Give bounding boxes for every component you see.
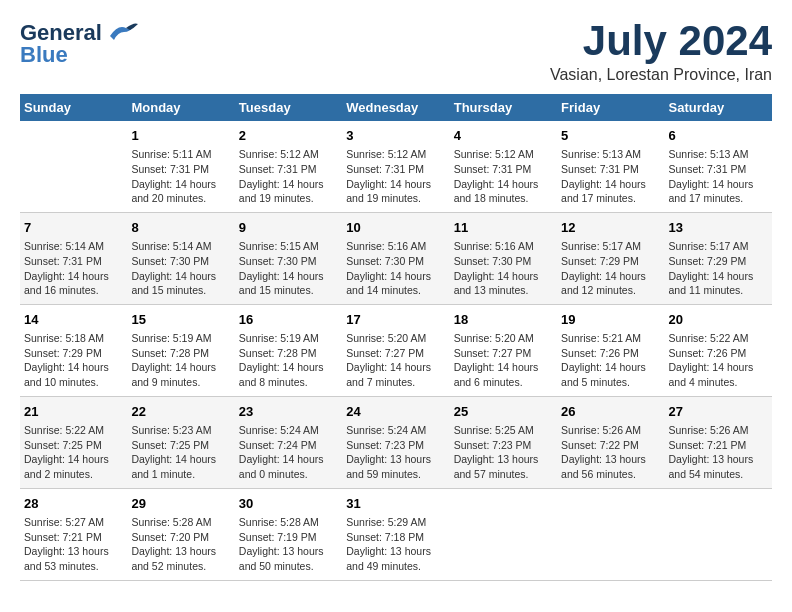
col-sunday: Sunday [20,94,127,121]
calendar-cell: 28Sunrise: 5:27 AM Sunset: 7:21 PM Dayli… [20,488,127,580]
day-info: Sunrise: 5:28 AM Sunset: 7:19 PM Dayligh… [239,515,338,574]
day-info: Sunrise: 5:16 AM Sunset: 7:30 PM Dayligh… [454,239,553,298]
calendar-cell: 6Sunrise: 5:13 AM Sunset: 7:31 PM Daylig… [665,121,772,212]
day-info: Sunrise: 5:12 AM Sunset: 7:31 PM Dayligh… [346,147,445,206]
calendar-cell: 18Sunrise: 5:20 AM Sunset: 7:27 PM Dayli… [450,304,557,396]
calendar-cell: 21Sunrise: 5:22 AM Sunset: 7:25 PM Dayli… [20,396,127,488]
day-info: Sunrise: 5:24 AM Sunset: 7:23 PM Dayligh… [346,423,445,482]
month-title: July 2024 [550,20,772,62]
day-number: 10 [346,219,445,237]
day-number: 5 [561,127,660,145]
day-number: 22 [131,403,230,421]
day-info: Sunrise: 5:19 AM Sunset: 7:28 PM Dayligh… [131,331,230,390]
col-tuesday: Tuesday [235,94,342,121]
day-info: Sunrise: 5:18 AM Sunset: 7:29 PM Dayligh… [24,331,123,390]
day-number: 16 [239,311,338,329]
calendar-cell: 15Sunrise: 5:19 AM Sunset: 7:28 PM Dayli… [127,304,234,396]
day-number: 3 [346,127,445,145]
day-info: Sunrise: 5:12 AM Sunset: 7:31 PM Dayligh… [454,147,553,206]
calendar-cell: 27Sunrise: 5:26 AM Sunset: 7:21 PM Dayli… [665,396,772,488]
calendar-week-row: 14Sunrise: 5:18 AM Sunset: 7:29 PM Dayli… [20,304,772,396]
day-info: Sunrise: 5:15 AM Sunset: 7:30 PM Dayligh… [239,239,338,298]
day-number: 11 [454,219,553,237]
calendar-cell: 2Sunrise: 5:12 AM Sunset: 7:31 PM Daylig… [235,121,342,212]
col-wednesday: Wednesday [342,94,449,121]
day-number: 20 [669,311,768,329]
day-number: 7 [24,219,123,237]
day-info: Sunrise: 5:22 AM Sunset: 7:25 PM Dayligh… [24,423,123,482]
day-info: Sunrise: 5:24 AM Sunset: 7:24 PM Dayligh… [239,423,338,482]
col-saturday: Saturday [665,94,772,121]
calendar-week-row: 28Sunrise: 5:27 AM Sunset: 7:21 PM Dayli… [20,488,772,580]
calendar-cell: 1Sunrise: 5:11 AM Sunset: 7:31 PM Daylig… [127,121,234,212]
day-number: 13 [669,219,768,237]
day-info: Sunrise: 5:17 AM Sunset: 7:29 PM Dayligh… [561,239,660,298]
day-info: Sunrise: 5:13 AM Sunset: 7:31 PM Dayligh… [561,147,660,206]
calendar-cell [557,488,664,580]
day-number: 30 [239,495,338,513]
title-area: July 2024 Vasian, Lorestan Province, Ira… [550,20,772,84]
day-info: Sunrise: 5:12 AM Sunset: 7:31 PM Dayligh… [239,147,338,206]
calendar-cell: 23Sunrise: 5:24 AM Sunset: 7:24 PM Dayli… [235,396,342,488]
day-info: Sunrise: 5:14 AM Sunset: 7:30 PM Dayligh… [131,239,230,298]
calendar-cell: 4Sunrise: 5:12 AM Sunset: 7:31 PM Daylig… [450,121,557,212]
calendar-cell: 26Sunrise: 5:26 AM Sunset: 7:22 PM Dayli… [557,396,664,488]
calendar-table: Sunday Monday Tuesday Wednesday Thursday… [20,94,772,581]
day-number: 24 [346,403,445,421]
col-friday: Friday [557,94,664,121]
day-info: Sunrise: 5:25 AM Sunset: 7:23 PM Dayligh… [454,423,553,482]
calendar-cell [20,121,127,212]
calendar-cell: 12Sunrise: 5:17 AM Sunset: 7:29 PM Dayli… [557,212,664,304]
day-number: 1 [131,127,230,145]
calendar-cell: 30Sunrise: 5:28 AM Sunset: 7:19 PM Dayli… [235,488,342,580]
day-info: Sunrise: 5:22 AM Sunset: 7:26 PM Dayligh… [669,331,768,390]
day-number: 31 [346,495,445,513]
day-info: Sunrise: 5:21 AM Sunset: 7:26 PM Dayligh… [561,331,660,390]
day-number: 26 [561,403,660,421]
calendar-week-row: 21Sunrise: 5:22 AM Sunset: 7:25 PM Dayli… [20,396,772,488]
day-number: 19 [561,311,660,329]
day-number: 14 [24,311,123,329]
day-info: Sunrise: 5:17 AM Sunset: 7:29 PM Dayligh… [669,239,768,298]
day-number: 12 [561,219,660,237]
calendar-cell: 9Sunrise: 5:15 AM Sunset: 7:30 PM Daylig… [235,212,342,304]
logo: General Blue [20,20,138,68]
day-info: Sunrise: 5:20 AM Sunset: 7:27 PM Dayligh… [346,331,445,390]
day-info: Sunrise: 5:19 AM Sunset: 7:28 PM Dayligh… [239,331,338,390]
day-number: 27 [669,403,768,421]
day-info: Sunrise: 5:28 AM Sunset: 7:20 PM Dayligh… [131,515,230,574]
day-number: 28 [24,495,123,513]
calendar-cell: 16Sunrise: 5:19 AM Sunset: 7:28 PM Dayli… [235,304,342,396]
calendar-cell: 19Sunrise: 5:21 AM Sunset: 7:26 PM Dayli… [557,304,664,396]
day-number: 18 [454,311,553,329]
day-info: Sunrise: 5:27 AM Sunset: 7:21 PM Dayligh… [24,515,123,574]
day-number: 2 [239,127,338,145]
day-info: Sunrise: 5:20 AM Sunset: 7:27 PM Dayligh… [454,331,553,390]
col-monday: Monday [127,94,234,121]
day-info: Sunrise: 5:13 AM Sunset: 7:31 PM Dayligh… [669,147,768,206]
day-number: 25 [454,403,553,421]
calendar-cell: 22Sunrise: 5:23 AM Sunset: 7:25 PM Dayli… [127,396,234,488]
day-number: 8 [131,219,230,237]
calendar-cell: 17Sunrise: 5:20 AM Sunset: 7:27 PM Dayli… [342,304,449,396]
calendar-cell: 31Sunrise: 5:29 AM Sunset: 7:18 PM Dayli… [342,488,449,580]
calendar-cell: 7Sunrise: 5:14 AM Sunset: 7:31 PM Daylig… [20,212,127,304]
day-number: 17 [346,311,445,329]
day-number: 23 [239,403,338,421]
day-info: Sunrise: 5:14 AM Sunset: 7:31 PM Dayligh… [24,239,123,298]
day-number: 29 [131,495,230,513]
calendar-cell: 11Sunrise: 5:16 AM Sunset: 7:30 PM Dayli… [450,212,557,304]
logo-blue: Blue [20,42,68,68]
calendar-cell [665,488,772,580]
day-number: 21 [24,403,123,421]
day-number: 4 [454,127,553,145]
calendar-cell: 13Sunrise: 5:17 AM Sunset: 7:29 PM Dayli… [665,212,772,304]
page-header: General Blue July 2024 Vasian, Lorestan … [20,20,772,84]
col-thursday: Thursday [450,94,557,121]
calendar-cell: 5Sunrise: 5:13 AM Sunset: 7:31 PM Daylig… [557,121,664,212]
calendar-cell: 8Sunrise: 5:14 AM Sunset: 7:30 PM Daylig… [127,212,234,304]
day-number: 15 [131,311,230,329]
day-info: Sunrise: 5:11 AM Sunset: 7:31 PM Dayligh… [131,147,230,206]
day-number: 9 [239,219,338,237]
calendar-week-row: 7Sunrise: 5:14 AM Sunset: 7:31 PM Daylig… [20,212,772,304]
